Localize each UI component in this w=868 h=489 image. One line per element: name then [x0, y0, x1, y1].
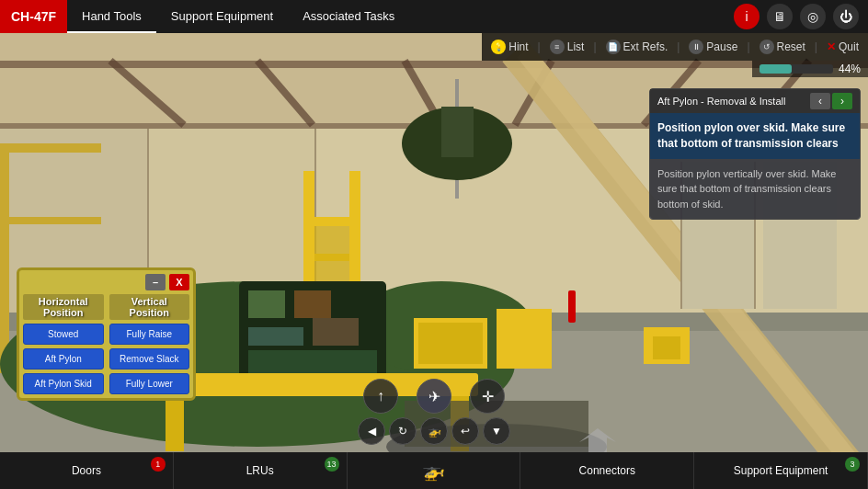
instruction-detail-text: Position pylon vertically over skid. Mak… — [650, 159, 860, 220]
tab-lrus[interactable]: LRUs 13 — [174, 452, 348, 489]
svg-rect-29 — [248, 290, 285, 318]
tab-support-equipment[interactable]: Support Equipment 3 — [694, 452, 868, 489]
position-panel-header: – X — [23, 274, 189, 290]
fully-lower-button[interactable]: Fully Lower — [109, 373, 190, 394]
position-panel: – X Horizontal Position Stowed Aft Pylon… — [17, 267, 196, 401]
svg-rect-47 — [653, 336, 680, 359]
rotate-left-button[interactable]: ↑ — [363, 379, 398, 414]
move-button[interactable]: ✈ — [417, 379, 451, 414]
turn-button[interactable]: ↩ — [451, 417, 479, 445]
svg-rect-15 — [303, 171, 314, 300]
stowed-button[interactable]: Stowed — [23, 324, 104, 345]
hint-icon: 💡 — [491, 40, 506, 54]
prev-instruction-button[interactable]: ‹ — [810, 93, 830, 109]
fully-raise-button[interactable]: Fully Raise — [109, 324, 190, 345]
hint-button[interactable]: 💡 Hint — [491, 40, 528, 54]
svg-rect-41 — [441, 107, 474, 157]
vertical-title: Vertical Position — [109, 294, 190, 320]
top-right-icons: i 🖥 ◎ ⏻ — [734, 4, 868, 29]
instruction-title: Aft Pylon - Removal & Install ‹ › — [650, 89, 860, 113]
progress-area: 44% — [752, 61, 868, 77]
support-count-badge: 3 — [845, 457, 860, 472]
close-panel-button[interactable]: X — [169, 274, 189, 290]
instruction-panel: Aft Pylon - Removal & Install ‹ › Positi… — [649, 88, 861, 220]
progress-bar-fill — [760, 64, 792, 74]
quit-button[interactable]: ✕ Quit — [827, 40, 859, 53]
nav-menu: Hand Tools Support Equipment Associated … — [67, 0, 734, 33]
down-button[interactable]: ▼ — [483, 417, 510, 445]
helicopter-icon: 🚁 — [420, 417, 448, 445]
progress-bar-background — [760, 64, 833, 74]
next-instruction-button[interactable]: › — [832, 93, 852, 109]
ext-refs-button[interactable]: 📄 Ext Refs. — [606, 40, 668, 54]
svg-rect-32 — [313, 318, 359, 346]
instruction-main-text: Position pylon over skid. Make sure that… — [650, 113, 860, 159]
info-icon[interactable]: i — [734, 4, 760, 29]
monitor-icon[interactable]: 🖥 — [767, 4, 793, 29]
aft-pylon-button[interactable]: Aft Pylon — [23, 348, 104, 370]
position-columns: Horizontal Position Stowed Aft Pylon Aft… — [23, 294, 189, 394]
quit-x: ✕ — [827, 40, 836, 53]
nav-associated-tasks[interactable]: Associated Tasks — [288, 0, 409, 33]
list-icon: ≡ — [550, 40, 565, 54]
list-button[interactable]: ≡ List — [550, 40, 585, 54]
svg-rect-22 — [0, 143, 9, 373]
instruction-nav-arrows: ‹ › — [810, 93, 852, 109]
nav-hand-tools[interactable]: Hand Tools — [67, 0, 156, 33]
pause-button[interactable]: ⏸ Pause — [689, 40, 737, 54]
svg-rect-44 — [497, 309, 552, 369]
prev-button[interactable]: ◀ — [358, 417, 385, 445]
tab-center[interactable]: 🚁 — [348, 452, 521, 489]
svg-rect-35 — [166, 396, 184, 451]
nav-support-equipment[interactable]: Support Equipment — [156, 0, 288, 33]
svg-rect-23 — [9, 143, 101, 153]
reset-icon: ↺ — [760, 40, 774, 54]
svg-rect-31 — [248, 327, 303, 346]
control-row-bottom: ◀ ↻ 🚁 ↩ ▼ — [358, 417, 510, 445]
power-icon[interactable]: ⏻ — [833, 4, 859, 29]
bottom-nav: Doors 1 LRUs 13 🚁 Connectors Support Equ… — [0, 452, 868, 489]
remove-slack-button[interactable]: Remove Slack — [109, 348, 190, 370]
ext-refs-icon: 📄 — [606, 40, 621, 54]
hint-bar: 💡 Hint | ≡ List | 📄 Ext Refs. | ⏸ Pause … — [482, 33, 868, 61]
aft-pylon-skid-button[interactable]: Aft Pylon Skid — [23, 373, 104, 394]
svg-rect-2 — [0, 61, 868, 68]
svg-rect-33 — [248, 350, 377, 373]
horizontal-position-column: Horizontal Position Stowed Aft Pylon Aft… — [23, 294, 104, 394]
aircraft-label: CH-47F — [0, 0, 67, 33]
crosshair-button[interactable]: ✛ — [470, 379, 505, 414]
lrus-count-badge: 13 — [325, 457, 339, 472]
control-buttons: ↑ ✈ ✛ ◀ ↻ 🚁 ↩ ▼ — [358, 379, 510, 445]
svg-rect-17 — [303, 217, 360, 226]
minimize-button[interactable]: – — [145, 274, 166, 290]
reset-button[interactable]: ↺ Reset — [760, 40, 805, 54]
doors-count-badge: 1 — [151, 457, 166, 472]
svg-rect-43 — [418, 323, 483, 364]
svg-rect-24 — [9, 217, 101, 224]
compass-icon[interactable]: ◎ — [800, 4, 826, 29]
svg-rect-45 — [568, 290, 576, 323]
horizontal-title: Horizontal Position — [23, 294, 104, 320]
rotate-button[interactable]: ↻ — [389, 417, 417, 445]
main-scene: 💡 Hint | ≡ List | 📄 Ext Refs. | ⏸ Pause … — [0, 33, 868, 489]
svg-rect-16 — [349, 171, 360, 300]
vertical-position-column: Vertical Position Fully Raise Remove Sla… — [109, 294, 190, 394]
control-row-top: ↑ ✈ ✛ — [363, 379, 505, 414]
svg-rect-30 — [294, 290, 331, 318]
tab-doors[interactable]: Doors 1 — [0, 452, 174, 489]
progress-label: 44% — [839, 63, 861, 75]
tab-connectors[interactable]: Connectors — [520, 452, 694, 489]
pause-icon: ⏸ — [689, 40, 703, 54]
top-nav: CH-47F Hand Tools Support Equipment Asso… — [0, 0, 868, 33]
